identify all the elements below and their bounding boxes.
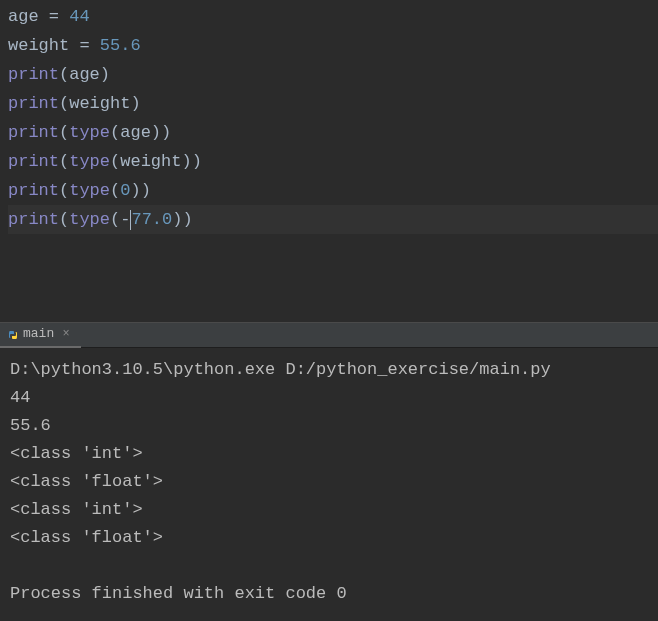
token-paren: ( [110,152,120,171]
token-operator: = [39,7,70,26]
console-line-5: <class 'float'> [10,468,648,496]
token-builtin: type [69,181,110,200]
token-paren: ) [100,65,110,84]
token-paren: ) [130,94,140,113]
token-builtin: type [69,152,110,171]
code-line-6[interactable]: print(type(weight)) [8,147,658,176]
console-line-3: 55.6 [10,412,648,440]
token-identifier: weight [120,152,181,171]
token-builtin: print [8,94,59,113]
token-paren: ( [59,94,69,113]
code-line-2[interactable]: weight = 55.6 [8,31,658,60]
token-paren: ( [59,181,69,200]
token-paren: ( [59,210,69,229]
token-builtin: print [8,210,59,229]
token-builtin: type [69,210,110,229]
console-line-4: <class 'int'> [10,440,648,468]
token-identifier: weight [69,94,130,113]
token-paren: ( [59,123,69,142]
console-line-9: Process finished with exit code 0 [10,580,648,608]
token-number: 77.0 [131,210,172,229]
token-identifier: weight [8,36,69,55]
token-builtin: print [8,123,59,142]
close-icon[interactable]: × [59,328,73,342]
token-builtin: print [8,152,59,171]
token-paren: ( [110,181,120,200]
token-number: 0 [120,181,130,200]
code-line-8[interactable]: print(type(-77.0)) [8,205,658,234]
code-line-1[interactable]: age = 44 [8,2,658,31]
code-line-5[interactable]: print(type(age)) [8,118,658,147]
run-tab-bar: main × [0,322,658,348]
python-icon [8,330,18,340]
console-line-1: D:\python3.10.5\python.exe D:/python_exe… [10,356,648,384]
token-identifier: age [120,123,151,142]
token-identifier: age [8,7,39,26]
token-paren: )) [130,181,150,200]
token-builtin: print [8,181,59,200]
code-line-3[interactable]: print(age) [8,60,658,89]
token-number: 44 [69,7,89,26]
token-paren: ( [59,65,69,84]
token-number: 55.6 [100,36,141,55]
token-paren: )) [172,210,192,229]
run-tab-main[interactable]: main × [0,324,81,348]
token-paren: ( [110,123,120,142]
console-line-6: <class 'int'> [10,496,648,524]
token-paren: )) [181,152,201,171]
console-line-8 [10,552,648,580]
code-line-4[interactable]: print(weight) [8,89,658,118]
console-output[interactable]: D:\python3.10.5\python.exe D:/python_exe… [0,348,658,621]
token-builtin: print [8,65,59,84]
token-builtin: type [69,123,110,142]
token-operator: = [69,36,100,55]
tab-label: main [23,323,54,345]
token-paren: (- [110,210,130,229]
console-line-2: 44 [10,384,648,412]
token-paren: ( [59,152,69,171]
code-editor[interactable]: age = 44weight = 55.6print(age)print(wei… [0,0,658,322]
token-paren: )) [151,123,171,142]
code-line-7[interactable]: print(type(0)) [8,176,658,205]
console-line-7: <class 'float'> [10,524,648,552]
token-identifier: age [69,65,100,84]
